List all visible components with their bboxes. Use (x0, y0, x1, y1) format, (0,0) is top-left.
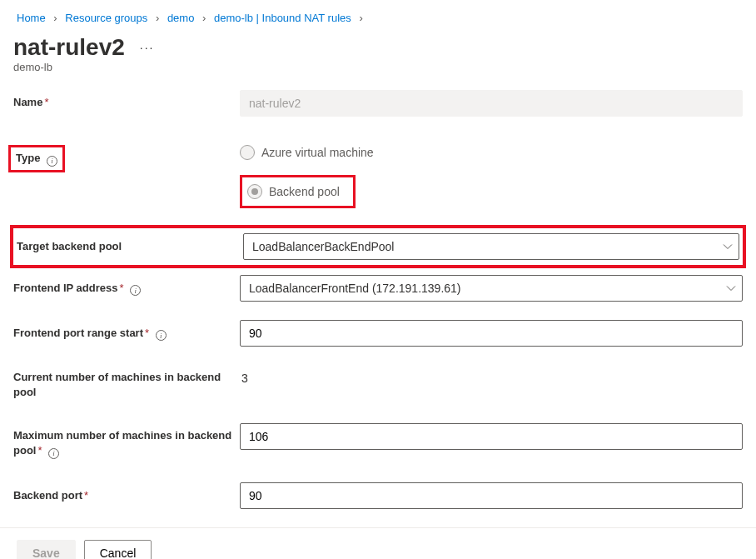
info-icon[interactable]: i (156, 330, 167, 341)
chevron-right-icon: › (156, 12, 159, 24)
max-machines-input[interactable] (240, 423, 743, 450)
type-label: Type (16, 152, 40, 164)
target-backend-pool-value: LoadBalancerBackEndPool (243, 233, 739, 260)
page-subtitle: demo-lb (0, 61, 756, 88)
radio-icon (240, 145, 255, 160)
current-machines-label: Current number of machines in backend po… (13, 371, 221, 398)
required-indicator: * (145, 327, 149, 339)
info-icon[interactable]: i (47, 156, 57, 167)
frontend-ip-value: LoadBalancerFrontEnd (172.191.139.61) (240, 275, 743, 302)
frontend-port-start-input[interactable] (240, 320, 743, 347)
name-input: nat-rulev2 (240, 90, 743, 117)
type-radio-azure-vm: Azure virtual machine (240, 143, 743, 162)
frontend-ip-select[interactable]: LoadBalancerFrontEnd (172.191.139.61) (240, 275, 743, 302)
info-icon[interactable]: i (48, 448, 59, 459)
breadcrumb-inbound-nat-rules[interactable]: demo-lb | Inbound NAT rules (214, 12, 351, 24)
target-backend-pool-select[interactable]: LoadBalancerBackEndPool (243, 233, 739, 260)
target-backend-pool-label: Target backend pool (17, 240, 122, 252)
type-option-label-vm: Azure virtual machine (261, 146, 374, 159)
chevron-right-icon: › (202, 12, 206, 24)
name-label: Name (13, 96, 42, 108)
page-title: nat-rulev2 (13, 34, 125, 61)
required-indicator: * (84, 489, 88, 502)
backend-port-label: Backend port (13, 489, 82, 502)
cancel-button[interactable]: Cancel (84, 540, 152, 560)
required-indicator: * (37, 444, 42, 457)
current-machines-value: 3 (240, 365, 743, 392)
save-button[interactable]: Save (17, 540, 76, 560)
type-option-label-backend: Backend pool (269, 185, 340, 198)
breadcrumb-home[interactable]: Home (17, 12, 46, 24)
chevron-right-icon: › (359, 12, 362, 24)
frontend-ip-label: Frontend IP address (13, 282, 117, 294)
radio-icon (247, 184, 262, 199)
breadcrumb-resource-groups[interactable]: Resource groups (65, 12, 147, 24)
breadcrumb: Home › Resource groups › demo › demo-lb … (0, 0, 756, 29)
backend-port-input[interactable] (240, 482, 743, 509)
chevron-right-icon: › (53, 12, 57, 24)
required-indicator: * (44, 96, 48, 108)
required-indicator: * (119, 282, 123, 294)
max-machines-label: Maximum number of machines in backend po… (13, 429, 231, 457)
breadcrumb-demo[interactable]: demo (167, 12, 195, 24)
frontend-port-start-label: Frontend port range start (13, 327, 143, 339)
more-actions-button[interactable]: ··· (140, 41, 155, 54)
footer: Save Cancel (0, 527, 756, 560)
type-radio-backend-pool: Backend pool (247, 182, 340, 201)
info-icon[interactable]: i (130, 285, 141, 296)
